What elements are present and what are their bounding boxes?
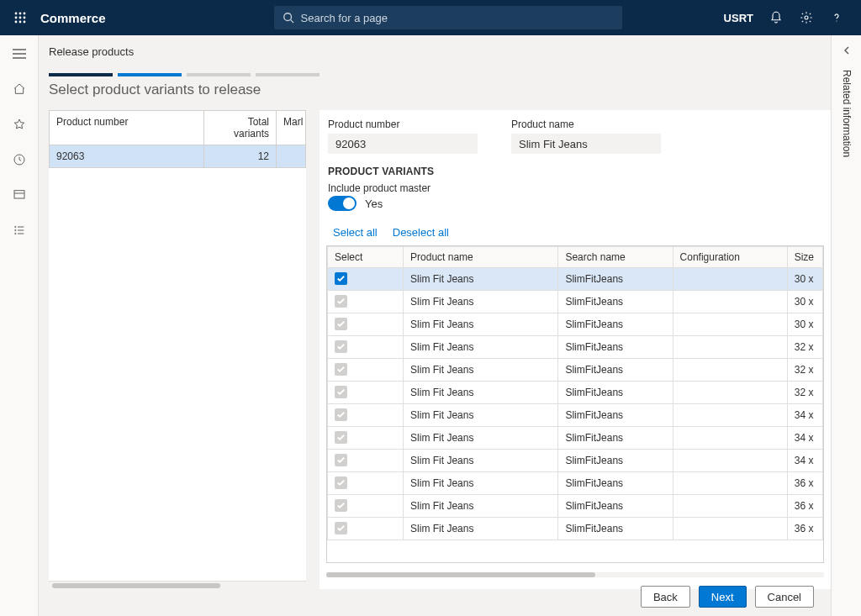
svg-point-12 (836, 20, 837, 21)
cell-search-name: SlimFitJeans (558, 336, 673, 359)
col-header-configuration[interactable]: Configuration (673, 247, 787, 268)
chevron-left-icon (842, 45, 852, 55)
section-variants-header: PRODUCT VARIANTS (328, 166, 831, 177)
row-checkbox[interactable] (335, 272, 347, 285)
summary-row[interactable]: 92063 12 (50, 145, 305, 167)
cell-search-name: SlimFitJeans (558, 450, 673, 472)
hamburger-icon (13, 49, 26, 59)
cell-search-name: SlimFitJeans (558, 382, 673, 404)
deselect-all-link[interactable]: Deselect all (393, 226, 449, 239)
nav-home[interactable] (9, 79, 29, 99)
cell-total-variants: 12 (204, 145, 277, 167)
notifications-button[interactable] (769, 10, 784, 25)
summary-h-scroll[interactable] (49, 581, 306, 589)
cell-size: 30 x (787, 291, 822, 313)
row-checkbox[interactable] (335, 499, 347, 512)
app-launcher-button[interactable] (7, 12, 34, 24)
row-checkbox[interactable] (335, 318, 347, 330)
variant-row[interactable]: Slim Fit JeansSlimFitJeans32 x (328, 382, 823, 404)
svg-point-19 (14, 226, 15, 227)
select-all-link[interactable]: Select all (333, 226, 378, 239)
row-checkbox[interactable] (335, 476, 347, 489)
col-header-total-variants[interactable]: Total variants (204, 111, 277, 145)
col-header-product-number[interactable]: Product number (50, 111, 204, 145)
col-header-search-name[interactable]: Search name (558, 247, 673, 268)
list-icon (13, 224, 26, 237)
variant-row[interactable]: Slim Fit JeansSlimFitJeans34 x (328, 427, 823, 450)
row-checkbox[interactable] (335, 431, 347, 444)
col-header-product-name[interactable]: Product name (404, 247, 558, 268)
variant-row[interactable]: Slim Fit JeansSlimFitJeans32 x (328, 359, 823, 382)
nav-expand-button[interactable] (9, 44, 29, 64)
row-checkbox[interactable] (335, 295, 347, 308)
cell-size: 34 x (787, 404, 822, 427)
variant-row[interactable]: Slim Fit JeansSlimFitJeans30 x (328, 268, 823, 291)
col-header-size[interactable]: Size (787, 247, 822, 268)
svg-point-3 (15, 17, 18, 19)
row-checkbox[interactable] (335, 363, 347, 376)
nav-workspaces[interactable] (9, 185, 29, 205)
col-header-marked[interactable]: Marl (277, 111, 305, 145)
cell-product-number: 92063 (50, 145, 204, 167)
row-checkbox[interactable] (335, 454, 347, 466)
waffle-icon (14, 12, 26, 24)
cell-product-name: Slim Fit Jeans (404, 472, 558, 495)
row-checkbox[interactable] (335, 340, 347, 353)
svg-point-8 (24, 21, 26, 24)
variant-row[interactable]: Slim Fit JeansSlimFitJeans32 x (328, 336, 823, 359)
step-subtitle: Select product variants to release (49, 82, 831, 98)
nav-recent[interactable] (9, 150, 29, 170)
cell-search-name: SlimFitJeans (558, 427, 673, 450)
home-icon (13, 82, 26, 96)
row-checkbox[interactable] (335, 408, 347, 421)
bell-icon (769, 11, 783, 24)
next-button[interactable]: Next (699, 586, 747, 608)
variants-h-scroll[interactable] (326, 570, 824, 580)
search-icon (283, 12, 294, 24)
step-2[interactable] (118, 73, 182, 76)
include-master-state: Yes (365, 197, 383, 210)
row-checkbox[interactable] (335, 522, 347, 534)
row-checkbox[interactable] (335, 386, 347, 398)
step-1[interactable] (49, 73, 113, 76)
variant-row[interactable]: Slim Fit JeansSlimFitJeans36 x (328, 518, 823, 540)
variant-row[interactable]: Slim Fit JeansSlimFitJeans34 x (328, 404, 823, 427)
cell-product-name: Slim Fit Jeans (404, 450, 558, 472)
cell-search-name: SlimFitJeans (558, 518, 673, 540)
cell-size: 32 x (787, 359, 822, 382)
cell-size: 36 x (787, 518, 822, 540)
include-master-toggle[interactable] (328, 196, 357, 211)
cell-configuration (673, 427, 787, 450)
cell-product-name: Slim Fit Jeans (404, 404, 558, 427)
value-product-name: Slim Fit Jeans (511, 134, 661, 154)
cell-search-name: SlimFitJeans (558, 495, 673, 518)
step-3[interactable] (187, 73, 251, 76)
settings-button[interactable] (799, 10, 814, 25)
step-4[interactable] (256, 73, 320, 76)
nav-modules[interactable] (9, 220, 29, 240)
cell-size: 30 x (787, 268, 822, 291)
back-button[interactable]: Back (641, 586, 690, 608)
col-header-select[interactable]: Select (328, 247, 404, 268)
cancel-button[interactable]: Cancel (755, 586, 814, 608)
clock-icon (13, 153, 26, 166)
star-icon (13, 118, 26, 131)
cell-configuration (673, 495, 787, 518)
global-search[interactable] (274, 6, 622, 29)
search-input[interactable] (301, 12, 614, 24)
brand-title: Commerce (40, 11, 106, 25)
company-indicator[interactable]: USRT (724, 12, 753, 24)
variant-row[interactable]: Slim Fit JeansSlimFitJeans36 x (328, 472, 823, 495)
cell-size: 30 x (787, 313, 822, 336)
help-button[interactable] (829, 10, 844, 25)
related-info-panel[interactable]: Related information (831, 35, 861, 616)
variant-row[interactable]: Slim Fit JeansSlimFitJeans36 x (328, 495, 823, 518)
svg-point-1 (19, 13, 22, 15)
cell-product-name: Slim Fit Jeans (404, 495, 558, 518)
summary-grid: Product number Total variants Marl 92063… (49, 110, 306, 168)
collapse-related-button[interactable] (842, 45, 852, 58)
nav-favorites[interactable] (9, 114, 29, 134)
variant-row[interactable]: Slim Fit JeansSlimFitJeans30 x (328, 291, 823, 313)
variant-row[interactable]: Slim Fit JeansSlimFitJeans34 x (328, 450, 823, 472)
variant-row[interactable]: Slim Fit JeansSlimFitJeans30 x (328, 313, 823, 336)
